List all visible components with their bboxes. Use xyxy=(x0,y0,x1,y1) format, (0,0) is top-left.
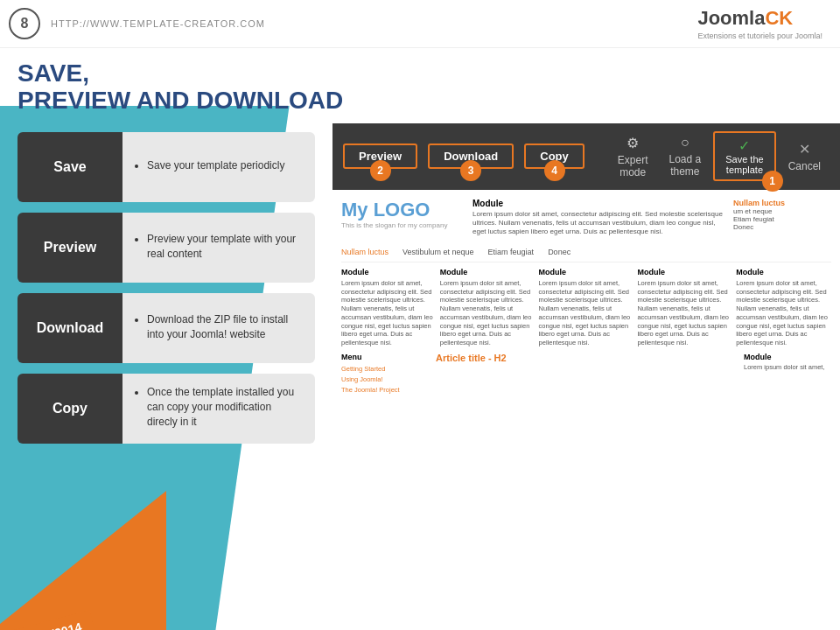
top-url: HTTP://WWW.TEMPLATE-CREATOR.COM xyxy=(51,18,265,29)
menu-link-1: Using Joomla! xyxy=(341,374,429,385)
download-desc-item: Download the ZIP file to install into yo… xyxy=(147,312,303,342)
preview-modules-grid: Module Lorem ipsum dolor sit amet, conse… xyxy=(341,268,831,347)
logo-area: JoomlaCK Extensions et tutoriels pour Jo… xyxy=(697,7,822,40)
preview-module-title: Module xyxy=(472,199,726,208)
logo-joomla: Joomla xyxy=(697,7,765,29)
logo-ck: CK xyxy=(765,7,793,29)
preview-logo-text: My LOGO xyxy=(341,199,464,221)
toolbar-expert-button[interactable]: ⚙ Expertmode xyxy=(609,130,657,183)
step4-badge: 4 xyxy=(544,160,565,181)
expert-label: Expertmode xyxy=(618,154,648,178)
bg-orange-triangle xyxy=(0,491,166,630)
save-button[interactable]: Save xyxy=(18,132,122,202)
content-area: Save Save your template periodicly Previ… xyxy=(0,123,840,630)
preview-menu: Menu Getting Started Using Joomla! The J… xyxy=(341,353,429,396)
side-item3: Donec xyxy=(733,223,831,231)
cancel-icon: ✕ xyxy=(799,141,810,158)
copy-desc-item: Once the template installed you can copy… xyxy=(147,385,303,429)
preview-module-top: Module Lorem ipsum dolor sit amet, conse… xyxy=(464,199,726,237)
module-col-4: Module Lorem ipsum dolor sit amet, conse… xyxy=(736,268,831,347)
copy-button[interactable]: Copy xyxy=(18,374,122,444)
main-heading: SAVE, PREVIEW AND DOWNLOAD xyxy=(0,48,840,123)
copy-desc: Once the template installed you can copy… xyxy=(122,374,315,444)
toolbar: Preview 2 Download 3 Copy 4 ⚙ Expertmode… xyxy=(332,123,840,190)
cards-container: Save Save your template periodicly Previ… xyxy=(18,132,315,444)
card-save: Save Save your template periodicly xyxy=(18,132,315,202)
top-bar-left: 8 HTTP://WWW.TEMPLATE-CREATOR.COM xyxy=(9,8,265,39)
download-desc: Download the ZIP file to install into yo… xyxy=(122,293,315,363)
download-button[interactable]: Download xyxy=(18,293,122,363)
preview-desc: Preview your template with your real con… xyxy=(122,213,315,283)
article-title: Article title - H2 xyxy=(436,353,737,363)
load-theme-icon: ○ xyxy=(681,135,690,150)
side-item1: um et neque xyxy=(733,207,831,215)
heading-line1: SAVE, xyxy=(18,60,89,87)
toolbar-cancel-button[interactable]: ✕ Cancel xyxy=(780,136,830,177)
preview-bottom-module: Module Lorem ipsum dolor sit amet, xyxy=(744,353,831,396)
nav-item-0: Nullam luctus xyxy=(341,248,388,256)
preview-desc-item: Preview your template with your real con… xyxy=(147,232,303,262)
step2-badge: 2 xyxy=(370,160,391,181)
step3-badge: 3 xyxy=(460,160,481,181)
module-col-2: Module Lorem ipsum dolor sit amet, conse… xyxy=(539,268,634,347)
left-panel: Save Save your template periodicly Previ… xyxy=(0,123,332,630)
side-title: Nullam luctus xyxy=(733,199,831,207)
card-copy: Copy Once the template installed you can… xyxy=(18,374,315,444)
nav-item-3: Donec xyxy=(548,248,570,256)
step-number: 8 xyxy=(9,8,40,39)
step1-badge: 1 xyxy=(762,171,783,192)
card-preview: Preview Preview your template with your … xyxy=(18,213,315,283)
logo-subtitle: Extensions et tutoriels pour Joomla! xyxy=(697,32,822,40)
cancel-label: Cancel xyxy=(788,160,821,172)
save-template-label: Save thetemplate xyxy=(725,154,763,175)
menu-link-0: Getting Started xyxy=(341,364,429,374)
nav-item-2: Etiam feugiat xyxy=(488,248,535,256)
right-panel: Preview 2 Download 3 Copy 4 ⚙ Expertmode… xyxy=(332,123,840,630)
load-theme-label: Load atheme xyxy=(669,153,702,178)
menu-link-2: The Joomla! Project xyxy=(341,385,429,396)
checkmark-icon: ✓ xyxy=(738,137,750,154)
nav-item-1: Vestibulum et neque xyxy=(402,248,474,256)
preview-nav-bar: Nullam luctus Vestibulum et neque Etiam … xyxy=(341,244,831,262)
preview-bottom-section: Menu Getting Started Using Joomla! The J… xyxy=(341,353,831,396)
preview-side-module: Nullam luctus um et neque Etiam feugiat … xyxy=(726,199,831,237)
bottom-module-title: Module xyxy=(744,353,831,361)
preview-logo-slogan: This is the slogan for my company xyxy=(341,221,464,229)
save-desc: Save your template periodicly xyxy=(122,132,315,202)
toolbar-load-theme-button[interactable]: ○ Load atheme xyxy=(661,130,710,182)
preview-header: My LOGO This is the slogan for my compan… xyxy=(341,199,831,237)
expert-icon: ⚙ xyxy=(626,135,639,151)
preview-button[interactable]: Preview xyxy=(18,213,122,283)
card-download: Download Download the ZIP file to instal… xyxy=(18,293,315,363)
bottom-module-text: Lorem ipsum dolor sit amet, xyxy=(744,363,831,372)
heading-line2: PREVIEW AND DOWNLOAD xyxy=(18,87,343,114)
preview-logo: My LOGO This is the slogan for my compan… xyxy=(341,199,464,237)
menu-title: Menu xyxy=(341,353,429,361)
module-col-3: Module Lorem ipsum dolor sit amet, conse… xyxy=(637,268,732,347)
side-item2: Etiam feugiat xyxy=(733,215,831,223)
save-desc-item: Save your template periodicly xyxy=(147,158,284,173)
preview-module-text: Lorem ipsum dolor sit amet, consectetur … xyxy=(472,210,726,237)
module-col-0: Module Lorem ipsum dolor sit amet, conse… xyxy=(341,268,437,347)
preview-content: My LOGO This is the slogan for my compan… xyxy=(332,190,840,630)
top-bar: 8 HTTP://WWW.TEMPLATE-CREATOR.COM Joomla… xyxy=(0,0,840,48)
module-col-1: Module Lorem ipsum dolor sit amet, conse… xyxy=(440,268,536,347)
preview-article: Article title - H2 xyxy=(436,353,737,396)
